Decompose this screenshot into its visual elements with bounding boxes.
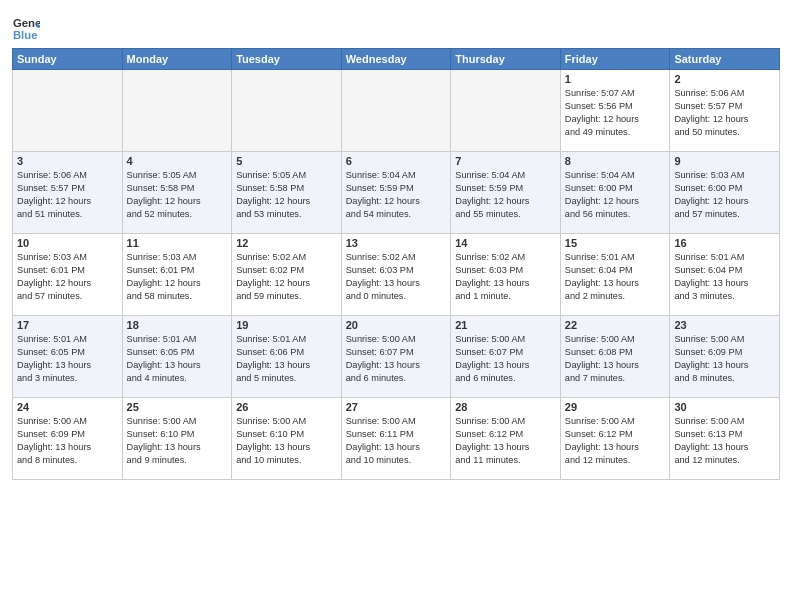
day-info: Sunrise: 5:01 AM Sunset: 6:04 PM Dayligh… bbox=[565, 251, 666, 303]
day-info: Sunrise: 5:06 AM Sunset: 5:57 PM Dayligh… bbox=[674, 87, 775, 139]
day-cell: 12Sunrise: 5:02 AM Sunset: 6:02 PM Dayli… bbox=[232, 234, 342, 316]
day-cell bbox=[232, 70, 342, 152]
day-info: Sunrise: 5:03 AM Sunset: 6:01 PM Dayligh… bbox=[127, 251, 228, 303]
header-sunday: Sunday bbox=[13, 49, 123, 70]
day-number: 26 bbox=[236, 401, 337, 413]
day-cell: 5Sunrise: 5:05 AM Sunset: 5:58 PM Daylig… bbox=[232, 152, 342, 234]
day-cell: 1Sunrise: 5:07 AM Sunset: 5:56 PM Daylig… bbox=[560, 70, 670, 152]
day-cell bbox=[341, 70, 451, 152]
header-wednesday: Wednesday bbox=[341, 49, 451, 70]
header-tuesday: Tuesday bbox=[232, 49, 342, 70]
day-cell: 17Sunrise: 5:01 AM Sunset: 6:05 PM Dayli… bbox=[13, 316, 123, 398]
day-number: 24 bbox=[17, 401, 118, 413]
day-cell: 27Sunrise: 5:00 AM Sunset: 6:11 PM Dayli… bbox=[341, 398, 451, 480]
day-number: 27 bbox=[346, 401, 447, 413]
day-cell: 11Sunrise: 5:03 AM Sunset: 6:01 PM Dayli… bbox=[122, 234, 232, 316]
day-number: 15 bbox=[565, 237, 666, 249]
day-number: 30 bbox=[674, 401, 775, 413]
day-number: 7 bbox=[455, 155, 556, 167]
day-cell: 9Sunrise: 5:03 AM Sunset: 6:00 PM Daylig… bbox=[670, 152, 780, 234]
day-cell bbox=[13, 70, 123, 152]
week-row-3: 10Sunrise: 5:03 AM Sunset: 6:01 PM Dayli… bbox=[13, 234, 780, 316]
day-info: Sunrise: 5:01 AM Sunset: 6:05 PM Dayligh… bbox=[17, 333, 118, 385]
day-number: 8 bbox=[565, 155, 666, 167]
svg-text:General: General bbox=[13, 17, 40, 29]
day-cell: 21Sunrise: 5:00 AM Sunset: 6:07 PM Dayli… bbox=[451, 316, 561, 398]
day-cell: 25Sunrise: 5:00 AM Sunset: 6:10 PM Dayli… bbox=[122, 398, 232, 480]
day-number: 28 bbox=[455, 401, 556, 413]
day-cell: 24Sunrise: 5:00 AM Sunset: 6:09 PM Dayli… bbox=[13, 398, 123, 480]
logo-icon: General Blue bbox=[12, 14, 40, 42]
day-number: 10 bbox=[17, 237, 118, 249]
day-number: 12 bbox=[236, 237, 337, 249]
day-cell: 14Sunrise: 5:02 AM Sunset: 6:03 PM Dayli… bbox=[451, 234, 561, 316]
day-cell: 18Sunrise: 5:01 AM Sunset: 6:05 PM Dayli… bbox=[122, 316, 232, 398]
day-number: 19 bbox=[236, 319, 337, 331]
svg-text:Blue: Blue bbox=[13, 29, 38, 41]
day-number: 18 bbox=[127, 319, 228, 331]
header-monday: Monday bbox=[122, 49, 232, 70]
day-cell: 2Sunrise: 5:06 AM Sunset: 5:57 PM Daylig… bbox=[670, 70, 780, 152]
day-info: Sunrise: 5:02 AM Sunset: 6:02 PM Dayligh… bbox=[236, 251, 337, 303]
day-info: Sunrise: 5:04 AM Sunset: 6:00 PM Dayligh… bbox=[565, 169, 666, 221]
day-info: Sunrise: 5:00 AM Sunset: 6:08 PM Dayligh… bbox=[565, 333, 666, 385]
header-friday: Friday bbox=[560, 49, 670, 70]
day-info: Sunrise: 5:00 AM Sunset: 6:11 PM Dayligh… bbox=[346, 415, 447, 467]
day-info: Sunrise: 5:00 AM Sunset: 6:12 PM Dayligh… bbox=[455, 415, 556, 467]
day-cell: 10Sunrise: 5:03 AM Sunset: 6:01 PM Dayli… bbox=[13, 234, 123, 316]
day-info: Sunrise: 5:06 AM Sunset: 5:57 PM Dayligh… bbox=[17, 169, 118, 221]
day-info: Sunrise: 5:02 AM Sunset: 6:03 PM Dayligh… bbox=[346, 251, 447, 303]
header: General Blue bbox=[12, 10, 780, 42]
day-info: Sunrise: 5:00 AM Sunset: 6:09 PM Dayligh… bbox=[17, 415, 118, 467]
day-number: 23 bbox=[674, 319, 775, 331]
day-cell bbox=[451, 70, 561, 152]
day-number: 25 bbox=[127, 401, 228, 413]
day-cell: 8Sunrise: 5:04 AM Sunset: 6:00 PM Daylig… bbox=[560, 152, 670, 234]
day-info: Sunrise: 5:04 AM Sunset: 5:59 PM Dayligh… bbox=[455, 169, 556, 221]
day-info: Sunrise: 5:00 AM Sunset: 6:12 PM Dayligh… bbox=[565, 415, 666, 467]
day-cell: 16Sunrise: 5:01 AM Sunset: 6:04 PM Dayli… bbox=[670, 234, 780, 316]
header-saturday: Saturday bbox=[670, 49, 780, 70]
day-number: 20 bbox=[346, 319, 447, 331]
day-number: 29 bbox=[565, 401, 666, 413]
day-number: 16 bbox=[674, 237, 775, 249]
week-row-2: 3Sunrise: 5:06 AM Sunset: 5:57 PM Daylig… bbox=[13, 152, 780, 234]
day-number: 5 bbox=[236, 155, 337, 167]
day-number: 3 bbox=[17, 155, 118, 167]
day-info: Sunrise: 5:01 AM Sunset: 6:05 PM Dayligh… bbox=[127, 333, 228, 385]
day-cell: 15Sunrise: 5:01 AM Sunset: 6:04 PM Dayli… bbox=[560, 234, 670, 316]
calendar-header-row: SundayMondayTuesdayWednesdayThursdayFrid… bbox=[13, 49, 780, 70]
day-info: Sunrise: 5:01 AM Sunset: 6:04 PM Dayligh… bbox=[674, 251, 775, 303]
day-number: 6 bbox=[346, 155, 447, 167]
day-info: Sunrise: 5:03 AM Sunset: 6:00 PM Dayligh… bbox=[674, 169, 775, 221]
day-cell: 6Sunrise: 5:04 AM Sunset: 5:59 PM Daylig… bbox=[341, 152, 451, 234]
logo: General Blue bbox=[12, 14, 44, 42]
calendar-table: SundayMondayTuesdayWednesdayThursdayFrid… bbox=[12, 48, 780, 480]
day-number: 22 bbox=[565, 319, 666, 331]
day-cell: 4Sunrise: 5:05 AM Sunset: 5:58 PM Daylig… bbox=[122, 152, 232, 234]
day-number: 17 bbox=[17, 319, 118, 331]
day-cell: 13Sunrise: 5:02 AM Sunset: 6:03 PM Dayli… bbox=[341, 234, 451, 316]
day-cell: 19Sunrise: 5:01 AM Sunset: 6:06 PM Dayli… bbox=[232, 316, 342, 398]
day-info: Sunrise: 5:00 AM Sunset: 6:07 PM Dayligh… bbox=[455, 333, 556, 385]
day-cell: 23Sunrise: 5:00 AM Sunset: 6:09 PM Dayli… bbox=[670, 316, 780, 398]
day-info: Sunrise: 5:05 AM Sunset: 5:58 PM Dayligh… bbox=[127, 169, 228, 221]
header-thursday: Thursday bbox=[451, 49, 561, 70]
day-cell: 26Sunrise: 5:00 AM Sunset: 6:10 PM Dayli… bbox=[232, 398, 342, 480]
day-info: Sunrise: 5:02 AM Sunset: 6:03 PM Dayligh… bbox=[455, 251, 556, 303]
day-info: Sunrise: 5:00 AM Sunset: 6:10 PM Dayligh… bbox=[236, 415, 337, 467]
day-info: Sunrise: 5:00 AM Sunset: 6:07 PM Dayligh… bbox=[346, 333, 447, 385]
day-number: 9 bbox=[674, 155, 775, 167]
day-info: Sunrise: 5:05 AM Sunset: 5:58 PM Dayligh… bbox=[236, 169, 337, 221]
day-number: 1 bbox=[565, 73, 666, 85]
day-number: 4 bbox=[127, 155, 228, 167]
day-cell: 3Sunrise: 5:06 AM Sunset: 5:57 PM Daylig… bbox=[13, 152, 123, 234]
day-info: Sunrise: 5:07 AM Sunset: 5:56 PM Dayligh… bbox=[565, 87, 666, 139]
day-info: Sunrise: 5:03 AM Sunset: 6:01 PM Dayligh… bbox=[17, 251, 118, 303]
day-cell: 28Sunrise: 5:00 AM Sunset: 6:12 PM Dayli… bbox=[451, 398, 561, 480]
day-info: Sunrise: 5:00 AM Sunset: 6:10 PM Dayligh… bbox=[127, 415, 228, 467]
day-number: 13 bbox=[346, 237, 447, 249]
day-info: Sunrise: 5:00 AM Sunset: 6:09 PM Dayligh… bbox=[674, 333, 775, 385]
main-container: General Blue SundayMondayTuesdayWednesda… bbox=[0, 0, 792, 486]
day-number: 11 bbox=[127, 237, 228, 249]
